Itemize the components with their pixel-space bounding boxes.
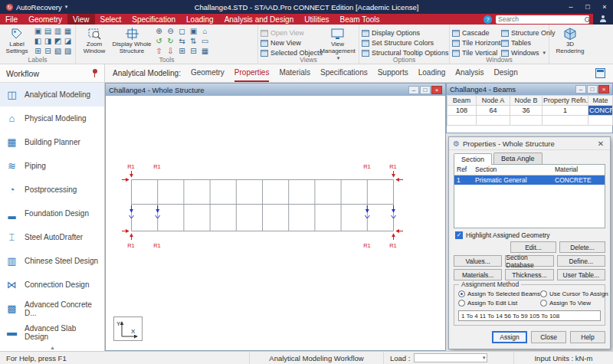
- load-labels-icon[interactable]: ◩: [53, 36, 63, 46]
- move-up-icon[interactable]: ⇧: [153, 46, 165, 56]
- menu-view[interactable]: View: [67, 14, 95, 25]
- assign-button[interactable]: Assign: [492, 331, 527, 343]
- tab-design[interactable]: Design: [494, 64, 518, 82]
- tab-section[interactable]: Section: [454, 153, 492, 165]
- zoom-previous-icon[interactable]: ▣: [188, 26, 199, 36]
- sidebar-item-foundation-design[interactable]: ▂ Foundation Design: [0, 202, 104, 225]
- sidebar-scroll-up[interactable]: ▲: [0, 344, 105, 351]
- radio-assign-to-selected-beams[interactable]: Assign To Selected Beams: [458, 290, 540, 297]
- edit-button[interactable]: Edit...: [510, 241, 556, 253]
- user-table-button[interactable]: User Table...: [557, 269, 605, 280]
- tab-specifications[interactable]: Specifications: [320, 64, 368, 82]
- sidebar-item-chinese-steel-design[interactable]: ▥ Chinese Steel Design: [0, 249, 104, 273]
- beam-grid[interactable]: [132, 180, 394, 231]
- display-options-button[interactable]: Display Options: [362, 28, 448, 38]
- rotate-left-icon[interactable]: ↺: [153, 36, 165, 46]
- move-down-icon[interactable]: ⇩: [165, 46, 176, 56]
- menu-analysis-design[interactable]: Analysis and Design: [219, 14, 300, 25]
- structure-minimize-button[interactable]: –: [408, 86, 419, 94]
- 3d-rendering-button[interactable]: 3D Rendering: [552, 26, 588, 55]
- cascade-button[interactable]: Cascade: [452, 28, 500, 38]
- set-structure-colors-button[interactable]: Set Structure Colors: [362, 38, 448, 48]
- sidebar-item-advanced-slab-design[interactable]: ▬ Advanced Slab Design: [0, 320, 104, 344]
- plate-labels-icon[interactable]: ▥: [53, 26, 63, 36]
- menu-loading[interactable]: Loading: [181, 14, 219, 25]
- material-labels-icon[interactable]: ⊟: [43, 46, 53, 56]
- radio-assign-to-edit-list[interactable]: Assign To Edit List: [458, 300, 540, 307]
- sidebar-item-piping[interactable]: ≋ Piping: [0, 154, 104, 178]
- zoom-window-button[interactable]: Zoom Window: [78, 26, 110, 55]
- tab-geometry[interactable]: Geometry: [191, 64, 225, 82]
- radio-assign-to-view[interactable]: Assign To View: [540, 300, 608, 307]
- user-account-button[interactable]: [593, 14, 613, 25]
- tab-materials[interactable]: Materials: [279, 64, 310, 82]
- section-database-button[interactable]: Section Database: [505, 255, 553, 267]
- display-whole-structure-button[interactable]: Display Whole Structure: [112, 26, 152, 55]
- node-labels-icon[interactable]: ▣: [33, 26, 43, 36]
- panel-layout-icon[interactable]: [595, 68, 605, 78]
- beams-close-button[interactable]: ×: [598, 85, 609, 93]
- sidebar-item-advanced-concrete-design[interactable]: ▩ Advanced Concrete D...: [0, 297, 104, 320]
- tile-horizontal-button[interactable]: Tile Horizontal: [452, 38, 500, 48]
- group-labels-icon[interactable]: ⊞: [33, 46, 43, 56]
- sidebar-item-steel-autodrafter[interactable]: ⌶ Steel AutoDrafter: [0, 225, 104, 249]
- zoom-out-icon[interactable]: ⊖: [165, 26, 176, 36]
- load-case-dropdown[interactable]: ▾: [414, 353, 487, 362]
- zoom-extents-icon[interactable]: ◻: [176, 26, 188, 36]
- tab-properties[interactable]: Properties: [234, 64, 270, 82]
- structure-drawing[interactable]: R1 R1 R1 R1 R1 R1 R1 R1: [106, 96, 445, 350]
- help-icon[interactable]: ?: [484, 15, 492, 24]
- open-view-button[interactable]: Open View: [261, 28, 317, 38]
- menu-select[interactable]: Select: [95, 14, 127, 25]
- rotate-right-icon[interactable]: ↻: [165, 36, 176, 46]
- menu-specification[interactable]: Specification: [126, 14, 181, 25]
- tab-supports[interactable]: Supports: [378, 64, 408, 82]
- search-box[interactable]: [496, 15, 589, 24]
- structure-only-button[interactable]: Structure Only: [501, 28, 547, 38]
- define-button[interactable]: Define...: [557, 255, 605, 267]
- maximize-button[interactable]: □: [579, 0, 596, 14]
- axis-labels-icon[interactable]: ◪: [63, 36, 73, 46]
- new-view-button[interactable]: New View: [261, 38, 317, 48]
- help-button[interactable]: Help: [570, 331, 605, 343]
- tables-button[interactable]: Tables: [501, 38, 547, 48]
- properties-close-icon[interactable]: ✕: [595, 139, 606, 148]
- pan-vertical-icon[interactable]: ⇅: [188, 36, 199, 46]
- delete-button[interactable]: Delete...: [559, 241, 605, 253]
- close-dialog-button[interactable]: Close: [531, 331, 566, 343]
- beams-window-titlebar[interactable]: Challange4 - Beams – □ ×: [447, 84, 612, 95]
- pin-icon[interactable]: [91, 69, 98, 77]
- view-plane-icon[interactable]: ▭: [199, 36, 211, 46]
- structure-maximize-button[interactable]: □: [420, 86, 431, 94]
- sidebar-item-building-planner[interactable]: ▦ Building Planner: [0, 130, 104, 154]
- values-button[interactable]: Values...: [454, 255, 502, 267]
- properties-dialog-titlebar[interactable]: ⚙ Properties - Whole Structure ✕: [449, 137, 610, 150]
- home-view-icon[interactable]: ⌂: [199, 26, 211, 36]
- zoom-in-icon[interactable]: ⊕: [153, 26, 165, 36]
- property-labels-icon[interactable]: ◧: [33, 36, 43, 46]
- structure-window-titlebar[interactable]: Challange4 - Whole Structure – □ ×: [106, 84, 445, 96]
- menu-geometry[interactable]: Geometry: [23, 14, 67, 25]
- section-table-row[interactable]: 1 Prismatic General CONCRETE: [454, 175, 605, 185]
- radio-use-cursor-to-assign[interactable]: Use Cursor To Assign: [540, 290, 608, 297]
- autorecovery-button[interactable]: ↻ AutoRecovery ▾: [0, 0, 74, 14]
- dimension-labels-icon[interactable]: ▨: [63, 46, 73, 56]
- pan-horizontal-icon[interactable]: ⇆: [176, 36, 188, 46]
- beams-table-row[interactable]: 108 64 36 1 CONCR: [447, 106, 613, 116]
- menu-utilities[interactable]: Utilities: [299, 14, 334, 25]
- isometric-view-icon[interactable]: ▦: [199, 46, 211, 56]
- grid-on-icon[interactable]: ⊞: [176, 46, 188, 56]
- highlight-assigned-geometry-checkbox[interactable]: ✓ Highlight Assigned Geometry: [455, 231, 604, 239]
- materials-button[interactable]: Materials...: [454, 269, 502, 280]
- menu-beam-tools[interactable]: Beam Tools: [334, 14, 385, 25]
- support-labels-icon[interactable]: ◨: [43, 36, 53, 46]
- sidebar-item-physical-modeling[interactable]: ⌂ Physical Modeling: [0, 107, 104, 130]
- sidebar-item-postprocessing[interactable]: ◔ Postprocessing: [0, 178, 104, 202]
- beams-minimize-button[interactable]: –: [575, 85, 586, 93]
- menu-file[interactable]: File: [0, 14, 23, 25]
- beams-maximize-button[interactable]: □: [587, 85, 598, 93]
- solid-labels-icon[interactable]: ▦: [63, 26, 73, 36]
- minimize-button[interactable]: –: [562, 0, 579, 14]
- release-labels-icon[interactable]: ▧: [53, 46, 63, 56]
- label-settings-button[interactable]: Label Settings: [2, 26, 31, 55]
